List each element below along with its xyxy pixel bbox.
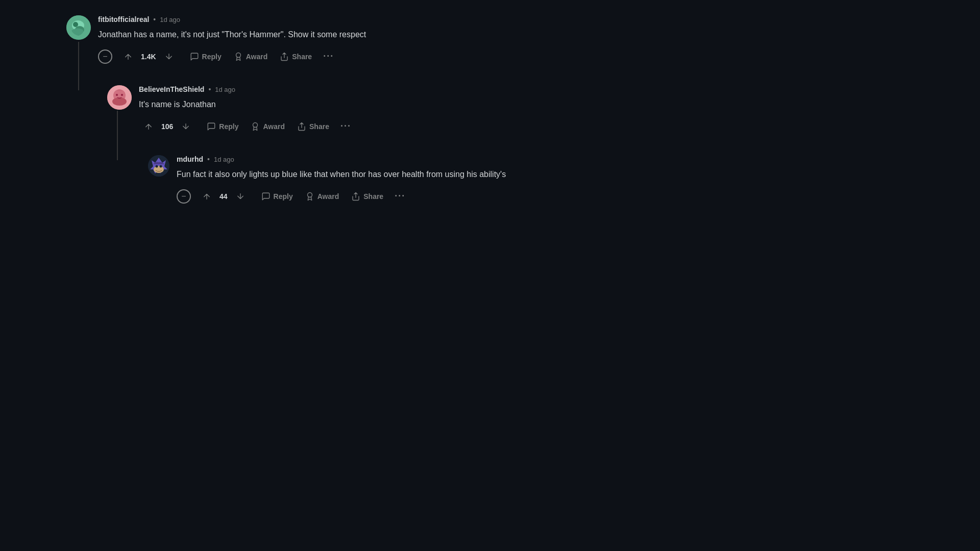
vote-count: 44 [219, 192, 228, 201]
comment-body: mdurhd • 1d ago Fun fact it also only li… [177, 155, 612, 205]
username: mdurhd [177, 155, 203, 163]
share-button[interactable]: Share [346, 189, 388, 204]
comment-body: fitbitofficialreal • 1d ago Jonathan has… [98, 15, 612, 65]
avatar-image [107, 85, 132, 110]
comment-actions: 106 Reply [139, 118, 612, 135]
reply-button[interactable]: Reply [256, 189, 298, 204]
comment-text: Jonathan has a name, it's not just "Thor… [98, 29, 612, 41]
award-button[interactable]: Award [246, 119, 290, 134]
svg-point-4 [236, 53, 240, 57]
svg-point-13 [154, 166, 164, 173]
upvote-icon [124, 52, 133, 61]
avatar-image [66, 15, 91, 40]
separator: • [208, 85, 211, 93]
reply-button[interactable]: Reply [202, 119, 243, 134]
upvote-button[interactable] [197, 189, 216, 204]
more-options-button[interactable]: ··· [319, 48, 338, 65]
separator: • [207, 155, 210, 163]
share-icon [280, 52, 289, 61]
more-options-button[interactable]: ··· [336, 118, 355, 135]
svg-point-14 [156, 165, 158, 168]
avatar-image [148, 155, 169, 177]
downvote-icon [236, 192, 245, 201]
svg-point-7 [112, 97, 127, 106]
comments-section: fitbitofficialreal • 1d ago Jonathan has… [0, 0, 612, 240]
upvote-icon [202, 192, 211, 201]
upvote-button[interactable] [139, 119, 158, 134]
separator: • [153, 15, 156, 23]
downvote-button[interactable] [159, 49, 179, 64]
comment-text: It's name is Jonathan [139, 98, 612, 111]
comment-header: fitbitofficialreal • 1d ago [98, 15, 612, 23]
downvote-button[interactable] [231, 189, 250, 204]
comment-item: BelieveInTheShield • 1d ago It's name is… [107, 85, 612, 135]
reply-icon [190, 52, 199, 61]
upvote-button[interactable] [118, 49, 138, 64]
award-icon [234, 52, 243, 61]
avatar [107, 85, 132, 110]
share-button[interactable]: Share [275, 49, 317, 64]
svg-point-8 [116, 94, 118, 96]
comment-item: fitbitofficialreal • 1d ago Jonathan has… [66, 15, 612, 65]
comment-text: Fun fact it also only lights up blue lik… [177, 168, 612, 181]
comment-body: BelieveInTheShield • 1d ago It's name is… [139, 85, 612, 135]
collapse-button[interactable]: − [177, 189, 191, 204]
reply-icon [261, 192, 271, 201]
comment-item: mdurhd • 1d ago Fun fact it also only li… [148, 155, 612, 205]
award-icon [305, 192, 314, 201]
timestamp: 1d ago [214, 156, 234, 163]
comment-header: BelieveInTheShield • 1d ago [139, 85, 612, 93]
share-icon [297, 122, 306, 131]
svg-point-16 [307, 192, 312, 197]
vote-count: 106 [161, 122, 173, 131]
vote-section: 44 [197, 189, 250, 204]
downvote-button[interactable] [176, 119, 195, 134]
svg-point-10 [253, 122, 258, 127]
thread-line [117, 111, 118, 160]
svg-point-15 [160, 165, 162, 168]
award-icon [251, 122, 260, 131]
thread-line [78, 42, 79, 90]
vote-section: 1.4K [118, 49, 179, 64]
username: BelieveInTheShield [139, 85, 204, 93]
award-button[interactable]: Award [300, 189, 345, 204]
avatar [148, 155, 169, 177]
share-icon [351, 192, 360, 201]
reply-icon [207, 122, 216, 131]
vote-section: 106 [139, 119, 195, 134]
downvote-icon [181, 122, 190, 131]
upvote-icon [144, 122, 153, 131]
comment-actions: − 1.4K [98, 48, 612, 65]
comment-header: mdurhd • 1d ago [177, 155, 612, 163]
share-button[interactable]: Share [292, 119, 334, 134]
timestamp: 1d ago [215, 86, 235, 93]
avatar [66, 15, 91, 40]
username: fitbitofficialreal [98, 15, 149, 23]
comment-actions: − 44 [177, 188, 612, 205]
reply-button[interactable]: Reply [185, 49, 227, 64]
svg-point-9 [121, 94, 123, 96]
vote-count: 1.4K [141, 53, 156, 61]
collapse-button[interactable]: − [98, 49, 112, 64]
svg-point-3 [73, 22, 78, 27]
award-button[interactable]: Award [229, 49, 273, 64]
more-options-button[interactable]: ··· [390, 188, 409, 205]
timestamp: 1d ago [160, 16, 180, 23]
downvote-icon [164, 52, 174, 61]
